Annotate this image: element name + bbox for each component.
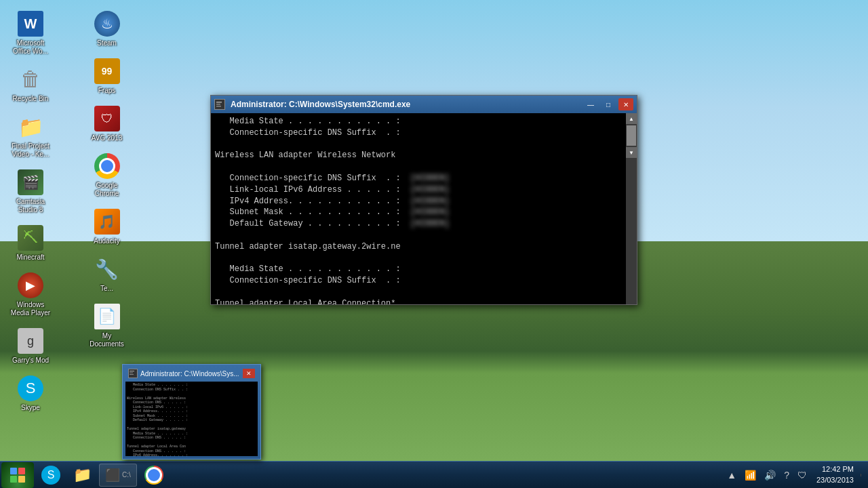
recycle-bin-icon: 🗑 — [20, 68, 41, 91]
desktop-icon-microsoft-office[interactable]: W Microsoft Office Wo... — [7, 7, 54, 59]
thumbnail-close-button[interactable]: ✕ — [243, 369, 255, 378]
desktop-icon-garrys-mod[interactable]: g Garry's Mod — [7, 324, 54, 368]
desktop-icon-minecraft[interactable]: ⛏ Minecraft — [7, 221, 54, 265]
desktop-icon-label-fraps: Fraps — [98, 87, 116, 95]
desktop: W Microsoft Office Wo... 🗑 Recycle Bin 📁… — [0, 0, 868, 488]
taskbar-item-explorer[interactable]: 📁 — [68, 464, 97, 487]
start-button[interactable] — [1, 462, 34, 488]
desktop-icon-label-final-project: Final Project Video - Ke... — [10, 142, 51, 159]
maximize-button[interactable]: □ — [601, 98, 616, 110]
desktop-icon-windows-media-player[interactable]: ▶ Windows Media Player — [7, 268, 54, 321]
win-logo-blue — [10, 468, 17, 474]
desktop-icon-label-garrys-mod: Garry's Mod — [12, 357, 49, 365]
taskbar-item-cmd[interactable]: ⬛ C:\ — [99, 464, 137, 487]
scroll-up-button[interactable]: ▲ — [626, 113, 637, 124]
desktop-icon-label-tools: Te... — [100, 285, 113, 293]
desktop-icon-audacity[interactable]: 🎵 Audacity — [83, 205, 131, 249]
scroll-thumb[interactable] — [627, 125, 636, 146]
network-icon[interactable]: 📶 — [742, 468, 759, 482]
thumbnail-preview: Media State . . . . . . . : Connection D… — [125, 382, 258, 456]
win-logo-red — [18, 468, 25, 474]
taskbar-item-chrome[interactable] — [139, 464, 169, 487]
thumbnail-icon — [128, 369, 138, 378]
desktop-icon-label-my-documents: My Documents — [87, 332, 127, 348]
system-clock[interactable]: 12:42 PM 23/03/2013 — [812, 464, 858, 485]
clock-date: 23/03/2013 — [816, 475, 854, 485]
taskbar-chrome-icon — [144, 466, 163, 485]
taskbar-thumbnail[interactable]: Administrator: C:\Windows\Sys... ✕ Media… — [122, 364, 261, 460]
desktop-icon-label-minecraft: Minecraft — [16, 253, 44, 262]
svg-rect-6 — [130, 373, 133, 373]
garrysmod-icon: g — [18, 328, 43, 354]
documents-icon: 📄 — [94, 304, 120, 329]
taskbar-cmd-label: C:\ — [122, 471, 131, 479]
cmd-titlebar: Administrator: C:\Windows\System32\cmd.e… — [211, 96, 637, 113]
taskbar: S 📁 ⬛ C:\ ▲ 📶 🔊 ? 🛡 12:42 PM 23/03/2013 — [0, 461, 868, 488]
minecraft-icon: ⛏ — [18, 225, 43, 251]
security-icon[interactable]: 🛡 — [795, 468, 810, 482]
svg-rect-1 — [216, 102, 222, 103]
question-icon[interactable]: ? — [781, 468, 792, 482]
windows-logo — [10, 468, 25, 483]
cmd-window: Administrator: C:\Windows\System32\cmd.e… — [210, 95, 637, 305]
desktop-icon-label-steam: Steam — [97, 39, 117, 47]
tools-icon: 🔧 — [95, 258, 119, 281]
desktop-icon-label-wmp: Windows Media Player — [10, 301, 51, 317]
svg-rect-5 — [130, 371, 134, 371]
taskbar-explorer-icon: 📁 — [73, 466, 92, 484]
speaker-icon[interactable]: 🔊 — [762, 468, 778, 482]
desktop-icon-skype[interactable]: S Skype — [7, 371, 54, 415]
taskbar-skype-icon: S — [41, 466, 60, 485]
desktop-icon-label-camtasia: Camtasia Studio 8 — [10, 198, 51, 214]
cmd-title-text: Administrator: C:\Windows\System32\cmd.e… — [231, 100, 580, 109]
desktop-icon-label-audacity: Audacity — [94, 237, 119, 245]
camtasia-icon: 🎬 — [18, 169, 43, 195]
svg-rect-7 — [130, 374, 134, 375]
desktop-icon-tools[interactable]: 🔧 Te... — [83, 252, 131, 296]
taskbar-pinned-items: S 📁 ⬛ C:\ — [35, 464, 170, 487]
taskbar-item-skype[interactable]: S — [36, 464, 66, 487]
win-logo-green — [10, 476, 17, 483]
cmd-body[interactable]: Media State . . . . . . . . . . . : Conn… — [211, 113, 637, 304]
fraps-icon: 99 — [94, 58, 120, 84]
thumbnail-content: Media State . . . . . . . : Connection D… — [125, 382, 258, 456]
wmp-icon: ▶ — [18, 272, 43, 298]
desktop-icon-label-avg: AVG 2013 — [92, 134, 122, 142]
cmd-scrollbar[interactable]: ▲ ▼ — [626, 113, 637, 304]
close-button[interactable]: ✕ — [618, 98, 633, 110]
desktop-icon-my-documents[interactable]: 📄 My Documents — [83, 300, 131, 352]
svg-rect-4 — [129, 369, 137, 378]
desktop-icon-label-skype: Skype — [21, 404, 40, 412]
hide-icons-button[interactable]: ▲ — [724, 468, 739, 482]
system-tray: ▲ 📶 🔊 ? 🛡 12:42 PM 23/03/2013 — [724, 464, 867, 485]
taskbar-cmd-icon: ⬛ — [105, 468, 120, 483]
win-logo-yellow — [18, 476, 25, 483]
desktop-icon-recycle-bin[interactable]: 🗑 Recycle Bin — [7, 62, 54, 106]
desktop-icon-label-recycle-bin: Recycle Bin — [13, 95, 49, 103]
minimize-button[interactable]: — — [583, 98, 598, 110]
desktop-icon-avg[interactable]: 🛡 AVG 2013 — [83, 102, 131, 146]
avg-icon: 🛡 — [94, 106, 120, 131]
steam-icon: ♨ — [94, 11, 120, 37]
thumbnail-titlebar: Administrator: C:\Windows\Sys... ✕ — [125, 367, 258, 380]
scroll-down-button[interactable]: ▼ — [626, 147, 637, 158]
svg-rect-3 — [216, 106, 221, 107]
desktop-icon-fraps[interactable]: 99 Fraps — [83, 54, 131, 98]
cmd-titlebar-icon — [214, 99, 225, 110]
desktop-icon-steam[interactable]: ♨ Steam — [83, 7, 131, 51]
chrome-icon — [94, 153, 120, 179]
cmd-content: Media State . . . . . . . . . . . : Conn… — [211, 113, 637, 304]
desktop-icon-final-project[interactable]: 📁 Final Project Video - Ke... — [7, 110, 54, 162]
audacity-icon: 🎵 — [94, 209, 120, 235]
thumbnail-title: Administrator: C:\Windows\Sys... — [140, 370, 243, 378]
folder-icon: 📁 — [18, 115, 43, 139]
show-desktop-button[interactable] — [861, 474, 867, 476]
desktop-icon-label-microsoft-office: Microsoft Office Wo... — [10, 39, 51, 56]
desktop-icon-google-chrome[interactable]: Google Chrome — [83, 149, 131, 201]
desktop-icon-camtasia[interactable]: 🎬 Camtasia Studio 8 — [7, 165, 54, 218]
clock-time: 12:42 PM — [816, 464, 854, 474]
desktop-icon-label-google-chrome: Google Chrome — [87, 182, 127, 198]
svg-rect-2 — [216, 104, 220, 105]
skype-icon: S — [18, 375, 43, 401]
